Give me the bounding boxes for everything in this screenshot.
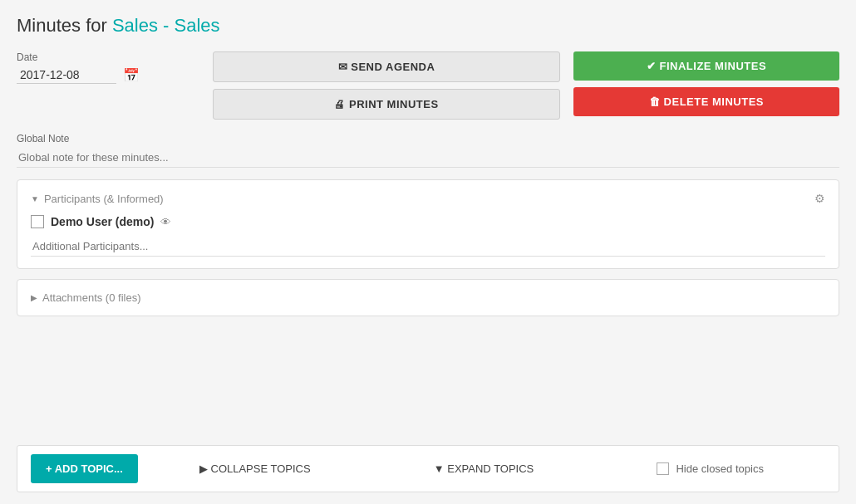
attachments-chevron-right-icon: ▶ — [31, 293, 37, 302]
main-content: Minutes for Sales - Sales Date 📅 ✉ SEND … — [17, 15, 839, 376]
hide-closed-row: Hide closed topics — [657, 462, 764, 475]
participants-header: ▼ Participants (& Informed) ⚙ — [31, 192, 825, 205]
finalize-minutes-label: ✔ FINALIZE MINUTES — [647, 60, 766, 72]
title-highlight: Sales - Sales — [112, 15, 220, 36]
participants-chevron-down-icon: ▼ — [31, 194, 39, 203]
attachments-card: ▶ Attachments (0 files) — [17, 279, 839, 316]
print-minutes-label: 🖨 PRINT MINUTES — [334, 98, 438, 110]
add-topic-label: + ADD TOPIC... — [46, 462, 123, 475]
page-container: Minutes for Sales - Sales Date 📅 ✉ SEND … — [0, 0, 856, 504]
expand-topics-button[interactable]: ▼ EXPAND TOPICS — [434, 462, 534, 475]
add-topic-button[interactable]: + ADD TOPIC... — [31, 454, 138, 483]
participant-name: Demo User (demo) — [51, 215, 154, 228]
send-agenda-button[interactable]: ✉ SEND AGENDA — [213, 51, 560, 82]
finalize-minutes-button[interactable]: ✔ FINALIZE MINUTES — [573, 51, 839, 81]
hide-closed-label: Hide closed topics — [676, 462, 764, 475]
eye-icon: 👁 — [160, 216, 171, 228]
additional-participants-input[interactable] — [31, 237, 825, 257]
bottom-bar: + ADD TOPIC... ▶ COLLAPSE TOPICS ▼ EXPAN… — [17, 445, 839, 492]
page-title: Minutes for Sales - Sales — [17, 15, 839, 37]
participants-title: ▼ Participants (& Informed) — [31, 193, 164, 205]
collapse-topics-label: ▶ COLLAPSE TOPICS — [199, 462, 311, 475]
expand-topics-label: ▼ EXPAND TOPICS — [434, 462, 534, 475]
date-input[interactable] — [17, 66, 116, 84]
center-buttons: ✉ SEND AGENDA 🖨 PRINT MINUTES — [213, 51, 560, 120]
date-section: Date 📅 — [17, 51, 199, 84]
gear-icon[interactable]: ⚙ — [814, 192, 825, 205]
participants-card: ▼ Participants (& Informed) ⚙ Demo User … — [17, 179, 839, 269]
attachments-title-text: Attachments (0 files) — [42, 291, 141, 304]
collapse-topics-button[interactable]: ▶ COLLAPSE TOPICS — [199, 462, 311, 475]
print-minutes-button[interactable]: 🖨 PRINT MINUTES — [213, 89, 560, 120]
global-note-input[interactable] — [17, 148, 839, 168]
delete-minutes-button[interactable]: 🗑 DELETE MINUTES — [573, 87, 839, 116]
participant-row: Demo User (demo) 👁 — [31, 215, 825, 228]
delete-minutes-label: 🗑 DELETE MINUTES — [649, 95, 764, 108]
title-prefix: Minutes for — [17, 15, 112, 36]
calendar-icon[interactable]: 📅 — [123, 67, 140, 83]
global-note-section: Global Note — [17, 133, 839, 168]
participants-title-text: Participants (& Informed) — [44, 193, 164, 205]
date-label: Date — [17, 51, 199, 63]
right-buttons: ✔ FINALIZE MINUTES 🗑 DELETE MINUTES — [573, 51, 839, 116]
attachments-title: ▶ Attachments (0 files) — [31, 291, 825, 304]
date-input-row: 📅 — [17, 66, 199, 84]
top-section: Date 📅 ✉ SEND AGENDA 🖨 PRINT MINUTES ✔ F — [17, 51, 839, 120]
participant-checkbox[interactable] — [31, 215, 44, 228]
global-note-label: Global Note — [17, 133, 839, 144]
send-agenda-label: ✉ SEND AGENDA — [338, 61, 435, 73]
bottom-actions: ▶ COLLAPSE TOPICS ▼ EXPAND TOPICS Hide c… — [138, 462, 825, 475]
hide-closed-checkbox[interactable] — [657, 462, 669, 475]
